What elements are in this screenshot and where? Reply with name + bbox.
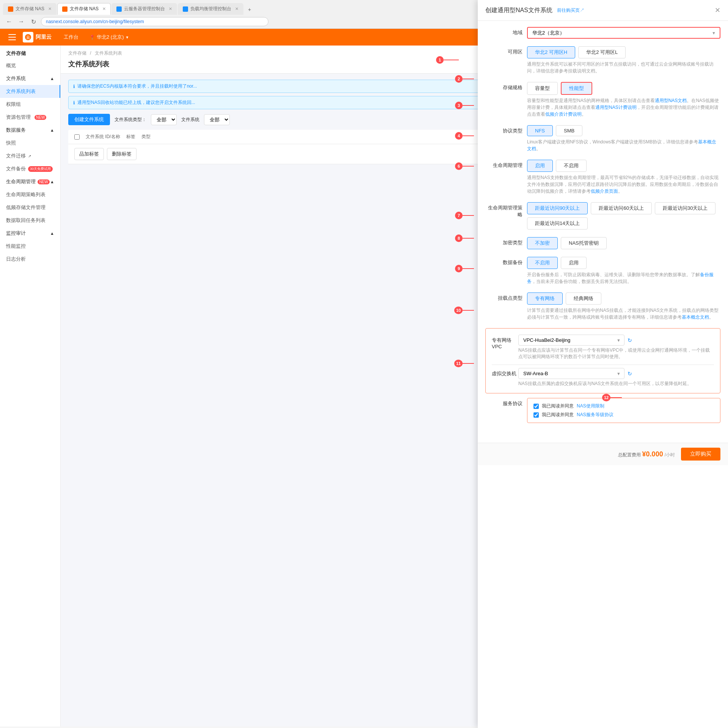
sidebar-item-log-analysis[interactable]: 日志分析 — [0, 253, 60, 266]
forward-button[interactable]: → — [17, 17, 26, 26]
tab-close-1[interactable]: ✕ — [48, 6, 52, 11]
sidebar-item-backup[interactable]: 文件备份 30天免费试用 — [0, 162, 60, 175]
tab-favicon-1 — [8, 6, 13, 12]
back-button[interactable]: ← — [5, 17, 14, 26]
switch-select[interactable]: SW-Area-B — [518, 368, 624, 379]
tab-favicon-4 — [183, 6, 188, 12]
form-row-agreement: 服务协议 我已阅读并同意 NAS使用限制 我已阅读并同意 NAS服务等级协议 — [485, 398, 720, 429]
vpc-refresh-icon[interactable]: ↻ — [628, 337, 632, 343]
lowfreq-intro-link[interactable]: 低频介质页面 — [591, 189, 618, 194]
sidebar-item-migration[interactable]: 文件迁移 ↗ — [0, 149, 60, 162]
agreement-link-1[interactable]: NAS使用限制 — [577, 403, 604, 409]
chevron-up-icon-lifecycle: ▲ — [50, 179, 54, 184]
lifecycle-enable-option[interactable]: 启用 — [527, 160, 553, 172]
new-tab-button[interactable]: + — [244, 4, 255, 15]
refresh-button[interactable]: ↻ — [29, 17, 38, 26]
monitor-group-label: 监控审计 — [6, 230, 26, 237]
alert-text-2: 通用型NAS回收站功能已经上线，建议您开启文件系统回... — [77, 99, 195, 106]
modal-body: 地域 华北2（北京） ▼ 可用区 华北2 可用区H 华北2 可用区L 通用型文件… — [478, 21, 728, 443]
protocol-nfs-option[interactable]: NFS — [527, 125, 553, 136]
tab-1[interactable]: 文件存储 NAS ✕ — [3, 3, 56, 15]
zone-option-l[interactable]: 华北2 可用区L — [578, 46, 626, 58]
agreement-checkbox-2[interactable] — [533, 412, 539, 418]
lowfreq-billing-link[interactable]: 低频介质计费说明 — [545, 112, 582, 117]
sidebar-item-permissions[interactable]: 权限组 — [0, 98, 60, 111]
sidebar-item-perf-monitor[interactable]: 性能监控 — [0, 240, 60, 253]
sidebar-item-filesystem-list[interactable]: 文件系统列表 — [0, 85, 60, 98]
sidebar-group-header-lifecycle[interactable]: 生命周期管理 NEW ▲ — [0, 175, 60, 188]
del-tag-button[interactable]: 删除标签 — [107, 148, 136, 160]
filesystem-label: 文件系统 — [181, 116, 199, 123]
breadcrumb-item-1[interactable]: 文件存储 — [68, 50, 86, 56]
type-filter-select[interactable]: 全部 — [151, 114, 177, 125]
sidebar-item-lowfreq-mgmt[interactable]: 低频存储文件管理 — [0, 201, 60, 214]
modal-close-button[interactable]: ✕ — [715, 6, 720, 14]
sidebar-item-overview[interactable]: 概览 — [0, 59, 60, 72]
agreement-row-1: 我已阅读并同意 NAS使用限制 — [533, 403, 714, 409]
info-icon-2: ℹ — [73, 100, 75, 105]
sidebar-item-snapshot[interactable]: 快照 — [0, 137, 60, 149]
backup-enable-option[interactable]: 启用 — [561, 257, 587, 269]
backup-label: 数据备份 — [485, 257, 527, 266]
policy-60days[interactable]: 距最近访问60天以上 — [591, 202, 651, 214]
switch-desc: NAS挂载点所属的虚拟交换机应该与NAS文件系统在同一个可用区，以尽量降低时延。 — [518, 381, 714, 387]
agreement-link-2[interactable]: NAS服务等级协议 — [577, 412, 613, 418]
encryption-none-option[interactable]: 不加密 — [527, 237, 558, 249]
policy-90days[interactable]: 距最近访问90天以上 — [527, 202, 588, 214]
sidebar-group-header-filesystem[interactable]: 文件系统 ▲ — [0, 72, 60, 85]
buy-now-button[interactable]: 立即购买 — [681, 448, 720, 461]
concept-doc-link[interactable]: 基本概念文档 — [527, 139, 716, 151]
agreement-checkbox-1[interactable] — [533, 404, 539, 409]
region-label: 地域 — [485, 27, 527, 36]
sidebar-item-retrieve-tasks[interactable]: 数据取回任务列表 — [0, 214, 60, 227]
concept-doc-link-2[interactable]: 基本概念文档 — [682, 314, 709, 320]
select-all-checkbox[interactable] — [74, 134, 80, 140]
tab-favicon-2 — [62, 6, 67, 12]
switch-refresh-icon[interactable]: ↻ — [628, 371, 632, 377]
sidebar-item-lifecycle-list[interactable]: 生命周期策略列表 — [0, 188, 60, 201]
backup-service-link[interactable]: 备份服务 — [527, 272, 714, 284]
region-select-wrapper: 华北2（北京） ▼ — [527, 27, 720, 39]
policy-14days[interactable]: 距最近访问14天以上 — [527, 217, 588, 230]
region-select[interactable]: 华北2（北京） — [528, 28, 720, 38]
info-icon-1: ℹ — [73, 84, 75, 89]
storage-performance-option[interactable]: 性能型 — [561, 82, 592, 95]
tab-2[interactable]: 文件存储 NAS ✕ — [57, 3, 111, 15]
switch-select-wrapper: SW-Area-B ▼ — [518, 368, 624, 379]
policy-30days[interactable]: 距最近访问30天以上 — [655, 202, 715, 214]
backup-label: 文件备份 — [6, 165, 26, 172]
filesystem-filter-select[interactable]: 全部 — [204, 114, 230, 125]
sidebar-group-header-monitor[interactable]: 监控审计 ▲ — [0, 227, 60, 240]
lifecycle-disable-option[interactable]: 不启用 — [556, 160, 587, 172]
vpc-row-vpc: 专有网络VPC VPC-HuaBei2-Beijing ▼ ↻ NAS挂载点应该… — [492, 335, 714, 360]
modal-buy-link[interactable]: 前往购买页↗ — [557, 7, 584, 14]
add-tag-button[interactable]: 品加标签 — [74, 148, 104, 160]
nav-region-selector[interactable]: 📍 华北2 (北京) ▼ — [85, 32, 133, 42]
billing-link[interactable]: 通用型NAS计费说明 — [595, 105, 637, 110]
protocol-smb-option[interactable]: SMB — [556, 125, 582, 136]
sidebar-group-header-data[interactable]: 数据服务 ▲ — [0, 124, 60, 137]
address-input[interactable] — [41, 17, 268, 26]
backup-desc: 开启备份服务后，可防止因勒索病毒、运维失误、误删除等给您带来的数据事故。了解备份… — [527, 271, 720, 285]
zone-option-h[interactable]: 华北2 可用区H — [527, 46, 575, 58]
tab-close-3[interactable]: ✕ — [169, 6, 172, 11]
tab-3[interactable]: 云服务器管理控制台 ✕ — [111, 3, 177, 15]
tab-close-4[interactable]: ✕ — [235, 6, 238, 11]
encryption-nas-key-option[interactable]: NAS托管密钥 — [561, 237, 607, 249]
mount-classic-option[interactable]: 经典网络 — [566, 292, 601, 305]
sidebar-item-resource-pkg[interactable]: 资源包管理 NEW — [0, 111, 60, 124]
vpc-content-wrapper: VPC-HuaBei2-Beijing ▼ ↻ NAS挂载点应该与计算节点在同一… — [518, 335, 714, 360]
vpc-select[interactable]: VPC-HuaBei2-Beijing — [518, 335, 624, 346]
vpc-section: 专有网络VPC VPC-HuaBei2-Beijing ▼ ↻ NAS挂载点应该… — [485, 328, 720, 393]
nav-link-workbench[interactable]: 工作台 — [59, 32, 83, 42]
breadcrumb-item-2[interactable]: 文件系统列表 — [95, 50, 122, 56]
lifecycle-label: 生命周期管理 — [485, 160, 527, 169]
create-filesystem-button[interactable]: 创建文件系统 — [68, 114, 110, 125]
storage-capacity-option[interactable]: 容量型 — [527, 82, 558, 95]
backup-disable-option[interactable]: 不启用 — [527, 257, 558, 269]
nas-doc-link[interactable]: 通用型NAS文档 — [655, 98, 687, 103]
tab-close-2[interactable]: ✕ — [102, 6, 106, 11]
mount-vpc-option[interactable]: 专有网络 — [527, 292, 563, 305]
nav-menu-button[interactable] — [6, 31, 18, 43]
tab-4[interactable]: 负载均衡管理控制台 ✕ — [178, 3, 243, 15]
